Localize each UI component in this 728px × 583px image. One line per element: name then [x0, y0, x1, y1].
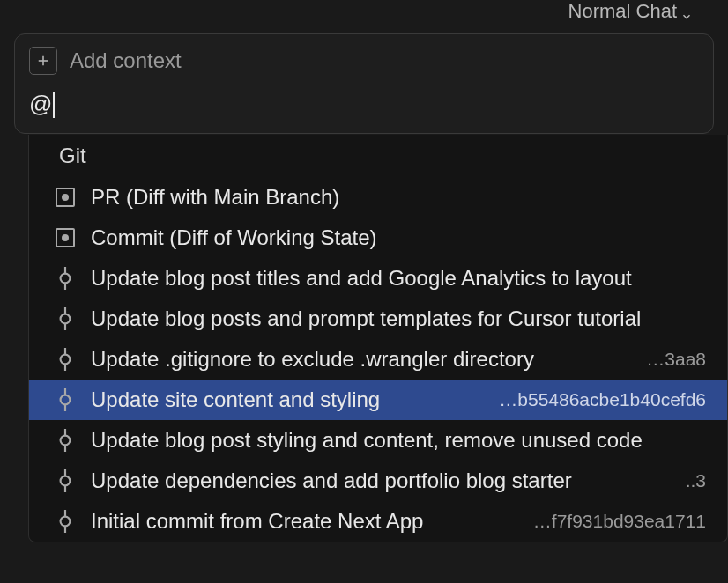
- dropdown-item-label: Update dependencies and add portfolio bl…: [91, 469, 572, 493]
- svg-point-21: [61, 517, 71, 527]
- chevron-down-icon: [680, 5, 693, 18]
- svg-point-18: [61, 476, 71, 486]
- context-row: Add context: [29, 47, 699, 75]
- dropdown-item-label: Update blog post titles and add Google A…: [91, 266, 632, 291]
- commit-icon: [56, 350, 75, 369]
- diff-icon: [56, 228, 75, 247]
- context-dropdown: Git PR (Diff with Main Branch)Commit (Di…: [28, 135, 728, 542]
- dropdown-item[interactable]: Update dependencies and add portfolio bl…: [29, 461, 727, 501]
- dropdown-item-label: Update blog post styling and content, re…: [91, 428, 643, 453]
- context-box: Add context @: [14, 33, 714, 134]
- commit-icon: [56, 390, 75, 410]
- commit-icon: [56, 309, 75, 328]
- commit-hash: …f7f931bd93ea1711: [524, 511, 706, 532]
- context-input[interactable]: @: [29, 91, 699, 121]
- diff-icon: [56, 188, 75, 207]
- context-placeholder: Add context: [70, 48, 182, 73]
- mode-label: Normal Chat: [568, 0, 677, 23]
- dropdown-item-label: Update blog posts and prompt templates f…: [91, 306, 641, 331]
- svg-point-9: [61, 355, 71, 365]
- commit-icon: [56, 431, 75, 450]
- svg-point-3: [61, 274, 71, 284]
- commit-icon: [56, 471, 75, 491]
- dropdown-item[interactable]: Commit (Diff of Working State): [29, 218, 727, 258]
- dropdown-item-label: Commit (Diff of Working State): [91, 225, 377, 250]
- dropdown-item-label: PR (Diff with Main Branch): [91, 185, 339, 210]
- dropdown-item-label: Initial commit from Create Next App: [91, 509, 423, 534]
- dropdown-item-label: Update site content and styling: [91, 387, 380, 412]
- dropdown-item[interactable]: Update blog post styling and content, re…: [29, 420, 727, 461]
- context-input-value: @: [29, 91, 52, 117]
- commit-icon: [56, 269, 75, 288]
- commit-hash: …3aa8: [637, 349, 706, 370]
- commit-icon: [56, 512, 75, 531]
- text-cursor: [53, 92, 55, 118]
- svg-point-15: [61, 436, 71, 446]
- dropdown-section-header: Git: [29, 135, 727, 177]
- commit-hash: …b55486acbe1b40cefd6: [490, 389, 706, 410]
- mode-selector[interactable]: Normal Chat: [0, 0, 728, 33]
- svg-point-6: [61, 314, 71, 324]
- dropdown-item[interactable]: Update .gitignore to exclude .wrangler d…: [29, 339, 727, 380]
- add-context-button[interactable]: [29, 47, 57, 75]
- dropdown-item[interactable]: Update blog post titles and add Google A…: [29, 258, 727, 299]
- dropdown-item[interactable]: PR (Diff with Main Branch): [29, 177, 727, 218]
- commit-hash: ..3: [677, 470, 706, 491]
- dropdown-item[interactable]: Update site content and styling…b55486ac…: [29, 380, 727, 420]
- svg-point-12: [61, 395, 71, 405]
- dropdown-item[interactable]: Update blog posts and prompt templates f…: [29, 299, 727, 339]
- dropdown-item-label: Update .gitignore to exclude .wrangler d…: [91, 347, 534, 372]
- dropdown-item[interactable]: Initial commit from Create Next App…f7f9…: [29, 501, 727, 542]
